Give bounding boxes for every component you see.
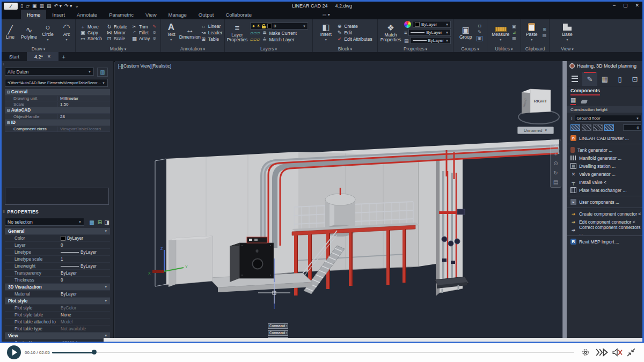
navigation-bar[interactable]: ◎ ＋ ⊙ ↻ ▤ [550,139,561,188]
item-tank-generator[interactable]: Tank generator ... [567,144,644,154]
mute-icon[interactable] [612,348,623,357]
match-layer-button[interactable]: ▱▱▱ ≟ Match Layer [250,37,310,42]
calculator-icon[interactable]: ▦ [512,36,516,41]
table-row[interactable]: Drawing unit Millimeter [5,95,110,101]
property-row[interactable]: Plot style table None [5,312,110,319]
offset-icon[interactable]: ⊜ [152,31,156,35]
progress-track[interactable] [52,352,574,353]
modify-tool-button[interactable]: Rotate [106,24,127,29]
dimension-button[interactable]: Dimension [182,25,198,40]
model-viewport[interactable]: [-][Custom View][Realistic] [115,61,562,343]
panel-label-annotation[interactable]: Annotation [161,46,224,52]
ribbon-tab[interactable]: Manage [163,10,193,19]
cut-clip-icon[interactable]: ▤ [543,33,547,38]
doc-tab-active[interactable]: 4.2* ✕ [27,52,58,61]
zoom-icon[interactable]: ⊙ [553,161,558,166]
block-tool-button[interactable]: Edit Attributes [336,36,372,42]
property-row[interactable]: Material ByLayer [5,291,110,298]
measure-button[interactable]: Measure [492,23,509,42]
showmotion-icon[interactable]: ▤ [553,180,558,185]
selection-dropdown[interactable]: No selection ▼ [5,218,84,226]
quick-select-icon[interactable]: ◨ [103,218,111,227]
draw-tool-button[interactable]: Arc [58,23,75,42]
table-row[interactable]: ObjectHandle 28 [5,114,110,120]
modify-tool-button[interactable]: Array [131,36,150,41]
hatch-option-1-icon[interactable] [570,124,580,131]
new-tab-button[interactable]: + [58,52,69,61]
table-row[interactable]: AutoCAD [5,107,110,114]
qat-options-icon[interactable]: ⌄ [75,3,79,9]
property-row[interactable]: Layer 0 [5,242,110,249]
lineweight-dropdown[interactable]: ByLayer ▼ [408,29,451,36]
table-view-icon[interactable]: ▥ [97,68,108,77]
doc-tab-start[interactable]: Start [2,52,27,61]
app-logo-icon[interactable]: ∕ [4,3,18,10]
save-icon[interactable]: ▣ [32,3,37,9]
data-path-dropdown[interactable]: *Other*/AutoCAD Base Elements/ViewportTa… [5,79,108,87]
property-row[interactable]: Linetype ByLayer [5,249,110,256]
tab-calculate[interactable]: ▦ [597,72,612,86]
linetype-icon[interactable]: ▤ [404,38,409,43]
pan-icon[interactable]: ＋ [553,151,559,157]
table-row[interactable]: Component class ViewportTableRecord [5,126,110,132]
item-create-component-connector[interactable]: Create component connector < [567,208,644,218]
panel-label-properties[interactable]: Properties [378,46,453,52]
erase-icon[interactable]: ✎ [152,25,156,29]
group-select-icon[interactable]: ▣ [477,36,483,41]
item-correct-component-connectors[interactable]: Correct component connectors ... [567,226,644,234]
make-current-button[interactable]: ▱▱▱ ≞ Make Current [250,31,310,36]
panel-label-layers[interactable]: Layers [225,46,312,52]
modify-tool-button[interactable]: Mirror [106,30,127,35]
annotation-tool-button[interactable]: Leader [201,30,222,35]
ribbon-tab[interactable]: Home [21,10,46,19]
tab-selection[interactable]: ⊡ [627,72,642,86]
hatch-option-3-icon[interactable] [593,124,603,131]
orbit-icon[interactable]: ↻ [553,171,558,176]
progress-knob[interactable] [92,350,97,354]
ribbon-tab[interactable]: Parametric [103,10,140,19]
lineweight-icon[interactable]: ≡ [404,30,407,35]
annotation-tool-button[interactable]: Table [201,36,222,42]
property-row[interactable]: View [5,333,110,339]
object-color-dropdown[interactable]: ByLayer ▼ [413,21,451,28]
panel-grip[interactable]: ‖ [3,62,4,66]
settings-gear-icon[interactable] [581,348,590,357]
hatch-option-4-icon[interactable] [604,124,614,131]
redo-icon[interactable]: ↷ ▾ [64,3,72,9]
properties-panel-header[interactable]: PROPERTIES [2,208,113,215]
minimize-button[interactable]: – [613,2,616,10]
property-row[interactable]: Plot style [5,298,110,305]
modify-tool-button[interactable]: Scale [106,36,127,41]
layer-properties-button[interactable]: Layer Properties [227,23,247,42]
property-row[interactable]: Thickness 0 [5,277,110,284]
group-button[interactable]: Group [458,25,474,40]
item-linear-cad-browser[interactable]: LINEAR CAD Browser ... [567,134,644,142]
ribbon-tab[interactable]: View [140,10,162,19]
modify-tool-button[interactable]: Fillet [131,30,150,35]
base-button[interactable]: Base [559,23,575,42]
save-as-icon[interactable]: ▥ [39,3,44,9]
panel-label-utilities[interactable]: Utilities [487,46,521,52]
tab-menu[interactable] [567,72,582,86]
print-icon[interactable]: ▤ [47,3,52,9]
ungroup-icon[interactable]: ⊟ [478,24,481,28]
open-file-icon[interactable]: ▱ [26,3,30,9]
property-row[interactable]: Center X -27662.1 [5,339,110,343]
named-view-button[interactable]: Unnamed▼ [517,127,554,134]
tab-document[interactable]: ▯ [612,72,627,86]
property-row[interactable]: Transparency ByLayer [5,270,110,277]
item-plate-heat-exchanger[interactable]: Plate heat exchanger ... [567,186,644,194]
quick-select-icon[interactable]: ▣ [512,25,516,29]
layer-dropdown[interactable]: ● ☀ 0 ▼ [250,23,308,29]
property-row[interactable]: Linetype scale 1 [5,256,110,263]
group-edit-icon[interactable]: ✎ [478,30,481,34]
item-revit-mep-import[interactable]: Revit MEP Import ... [567,235,644,246]
table-row[interactable]: General [5,89,110,95]
command-input-bar[interactable] [104,338,643,342]
undo-icon[interactable]: ↶ ▾ [54,3,62,9]
exit-fullscreen-icon[interactable] [627,348,635,357]
property-row[interactable]: Lineweight ByLayer [5,263,110,270]
item-valve-generator[interactable]: Valve generator ... [567,170,644,178]
close-button[interactable]: ✕ [635,2,639,10]
table-row[interactable]: ID [5,120,110,126]
